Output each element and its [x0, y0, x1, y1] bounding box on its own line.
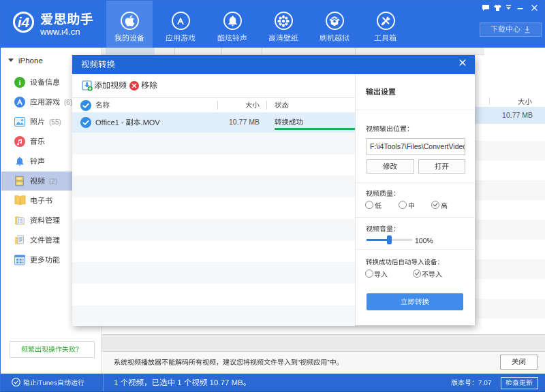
svg-text:i: i — [18, 78, 20, 86]
